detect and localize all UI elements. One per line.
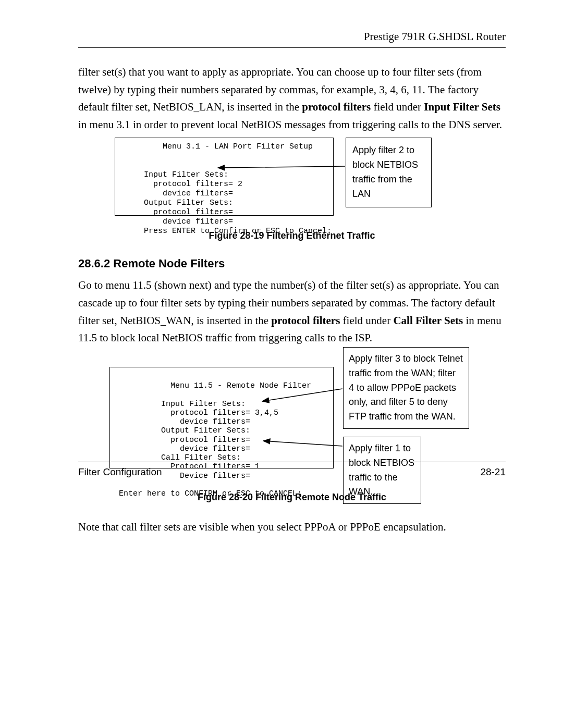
- intro-paragraph: filter set(s) that you want to apply as …: [78, 64, 506, 133]
- terminal-menu-11-5: Menu 11.5 - Remote Node Filter Input Fil…: [109, 367, 334, 468]
- para1-t3: in menu 3.1 in order to prevent local Ne…: [78, 118, 502, 131]
- para2-t2: field under: [340, 314, 393, 327]
- page: Prestige 791R G.SHDSL Router filter set(…: [0, 0, 563, 728]
- callout-filter-345: Apply filter 3 to block Telnet traffic f…: [343, 347, 469, 429]
- para2-b1: protocol filters: [271, 314, 340, 327]
- page-footer: Filter Configuration 28-21: [78, 462, 506, 478]
- header-rule: [78, 47, 506, 48]
- para2-b2: Call Filter Sets: [393, 314, 463, 327]
- terminal-menu-3-1: Menu 3.1 - LAN Port Filter Setup Input F…: [115, 138, 334, 216]
- section-paragraph: Go to menu 11.5 (shown next) and type th…: [78, 277, 506, 347]
- section-heading-28-6-2: 28.6.2 Remote Node Filters: [78, 257, 506, 270]
- footer-left: Filter Configuration: [78, 466, 162, 478]
- callout-filter-2: Apply filter 2 to block NETBIOS traffic …: [346, 138, 432, 207]
- para1-b2: Input Filter Sets: [424, 101, 500, 113]
- page-header: Prestige 791R G.SHDSL Router: [78, 30, 506, 43]
- footer-right: 28-21: [480, 466, 506, 478]
- closing-note: Note that call filter sets are visible w…: [78, 519, 506, 536]
- para1-t2: field under: [371, 101, 424, 113]
- figure-28-19: Menu 3.1 - LAN Port Filter Setup Input F…: [78, 138, 506, 221]
- para1-b1: protocol filters: [302, 101, 371, 113]
